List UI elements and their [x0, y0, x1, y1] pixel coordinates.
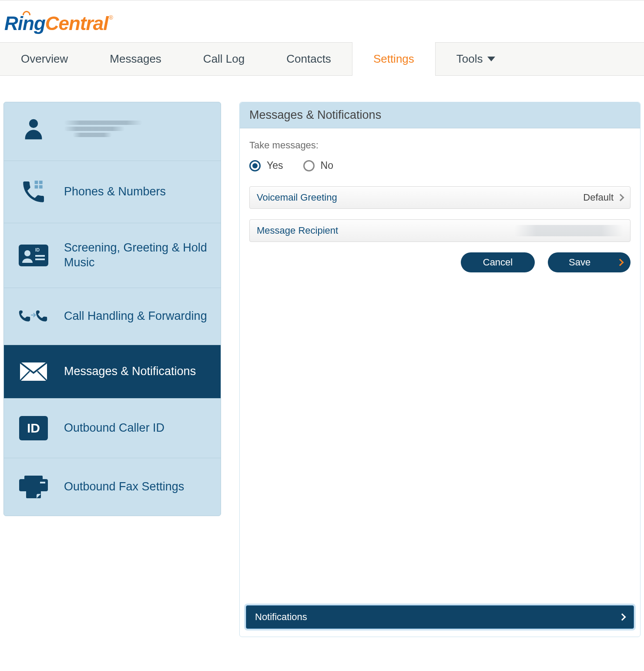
cancel-button[interactable]: Cancel: [461, 252, 535, 272]
id-card-icon: ID: [16, 245, 51, 266]
svg-rect-16: [40, 482, 45, 483]
tab-settings-label: Settings: [373, 52, 414, 66]
message-recipient-redacted: [514, 225, 623, 236]
logo: RingCentral®: [4, 13, 640, 34]
caller-id-icon: ID: [16, 416, 51, 440]
panel-title: Messages & Notifications: [240, 102, 640, 128]
tab-overview-label: Overview: [21, 52, 68, 66]
take-messages-label: Take messages:: [249, 140, 631, 151]
svg-rect-15: [24, 476, 43, 482]
cancel-button-label: Cancel: [483, 257, 513, 268]
svg-rect-9: [35, 255, 45, 257]
radio-no-circle: [303, 160, 315, 171]
svg-text:ID: ID: [35, 248, 40, 252]
message-recipient-label: Message Recipient: [257, 225, 338, 236]
tab-tools[interactable]: Tools: [436, 43, 516, 75]
chevron-right-icon: [619, 614, 626, 621]
radio-no-label: No: [321, 160, 333, 171]
voicemail-greeting-row[interactable]: Voicemail Greeting Default: [249, 186, 631, 209]
svg-text:ID: ID: [27, 421, 40, 435]
sidebar-item-fax[interactable]: Outbound Fax Settings: [4, 458, 221, 516]
voicemail-greeting-value-wrap: Default: [583, 192, 623, 203]
user-name-redacted: [64, 119, 208, 139]
chevron-right-icon: [617, 194, 624, 201]
take-messages-radios: Yes No: [249, 160, 631, 171]
tab-tools-label: Tools: [456, 52, 483, 66]
envelope-icon: [16, 362, 51, 381]
sidebar-item-user[interactable]: [4, 102, 221, 161]
call-forward-icon: [16, 305, 51, 327]
radio-yes-label: Yes: [267, 160, 283, 171]
settings-sidebar: Phones & Numbers ID Screening, Greeting …: [3, 102, 221, 516]
tab-calllog[interactable]: Call Log: [182, 43, 265, 75]
tab-settings[interactable]: Settings: [352, 42, 436, 76]
sidebar-callerid-label: Outbound Caller ID: [64, 421, 208, 436]
tab-contacts[interactable]: Contacts: [265, 43, 352, 75]
svg-rect-2: [39, 181, 43, 184]
header: RingCentral®: [0, 0, 644, 42]
svg-rect-5: [39, 185, 43, 189]
sidebar-item-screening[interactable]: ID Screening, Greeting & Hold Music: [4, 223, 221, 288]
voicemail-greeting-label: Voicemail Greeting: [257, 192, 337, 203]
notifications-bar[interactable]: Notifications: [246, 605, 634, 629]
chevron-right-icon: [617, 259, 624, 266]
chevron-down-icon: [487, 57, 495, 61]
radio-yes-circle: [249, 160, 261, 171]
save-button-label: Save: [569, 257, 590, 268]
phone-icon: [16, 178, 51, 205]
radio-yes[interactable]: Yes: [249, 160, 283, 171]
sidebar-handling-label: Call Handling & Forwarding: [64, 309, 208, 324]
panel-body: Take messages: Yes No Voicemail Greeting…: [240, 128, 640, 599]
sidebar-item-phones[interactable]: Phones & Numbers: [4, 161, 221, 223]
sidebar-screening-label: Screening, Greeting & Hold Music: [64, 241, 208, 270]
logo-part2: Central: [45, 13, 108, 34]
tab-contacts-label: Contacts: [286, 52, 331, 66]
settings-panel: Messages & Notifications Take messages: …: [239, 102, 641, 637]
tab-messages-label: Messages: [110, 52, 161, 66]
save-button[interactable]: Save: [548, 252, 631, 272]
button-row: Cancel Save: [249, 252, 631, 272]
panel-footer: Notifications: [240, 599, 640, 637]
notifications-label: Notifications: [255, 611, 307, 623]
logo-registered: ®: [109, 14, 113, 21]
user-icon: [16, 116, 51, 141]
message-recipient-row[interactable]: Message Recipient: [249, 219, 631, 242]
svg-rect-4: [35, 185, 38, 189]
sidebar-phones-label: Phones & Numbers: [64, 185, 208, 199]
content-area: Phones & Numbers ID Screening, Greeting …: [0, 76, 644, 637]
sidebar-item-handling[interactable]: Call Handling & Forwarding: [4, 288, 221, 345]
tab-messages[interactable]: Messages: [89, 43, 182, 75]
sidebar-messages-label: Messages & Notifications: [64, 364, 208, 379]
radio-no[interactable]: No: [303, 160, 333, 171]
svg-rect-10: [35, 258, 45, 260]
svg-point-0: [29, 119, 38, 128]
fax-icon: [16, 476, 51, 498]
main-tabs: Overview Messages Call Log Contacts Sett…: [0, 42, 644, 76]
voicemail-greeting-value: Default: [583, 192, 614, 203]
sidebar-item-messages[interactable]: Messages & Notifications: [4, 345, 221, 399]
svg-rect-17: [26, 489, 41, 498]
tab-calllog-label: Call Log: [203, 52, 245, 66]
svg-rect-1: [35, 181, 38, 184]
logo-part1: Ring: [4, 13, 45, 34]
sidebar-fax-label: Outbound Fax Settings: [64, 480, 208, 494]
logo-accent: [23, 11, 30, 15]
svg-point-7: [24, 250, 30, 256]
tab-overview[interactable]: Overview: [0, 43, 89, 75]
sidebar-item-callerid[interactable]: ID Outbound Caller ID: [4, 399, 221, 458]
